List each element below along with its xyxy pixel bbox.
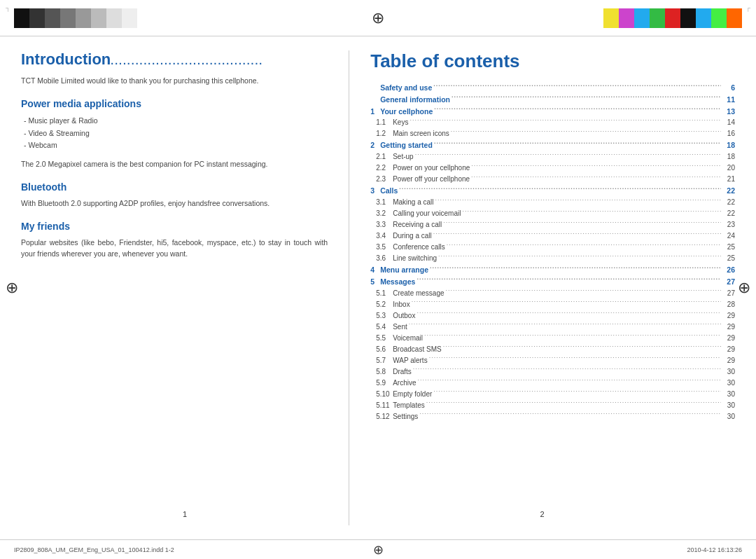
color-block-2 (29, 8, 45, 28)
toc-sub-page-18: 27 (722, 288, 735, 299)
color-block-green (650, 8, 665, 28)
toc-sub-num-26: 5.9 (370, 378, 393, 389)
toc-row-16: 4Menu arrange26 (370, 264, 735, 276)
toc-sub-dots-27 (433, 389, 721, 396)
toc-row-27: 5.10Empty folder30 (370, 389, 735, 400)
toc-sub-num-23: 5.6 (370, 344, 393, 355)
toc-sub-num-7: 2.2 (370, 163, 393, 174)
toc-sub-num-13: 3.4 (370, 230, 393, 242)
toc-main-page-16: 26 (722, 264, 735, 276)
toc-sub-dots-24 (429, 356, 721, 363)
toc-row-11: 3.2Calling your voicemail22 (370, 208, 735, 219)
section-heading-power-media: Power media applications (21, 98, 328, 109)
toc-row-22: 5.5Voicemail29 (370, 333, 735, 344)
toc-sub-label-7: Power on your cellphone (393, 163, 470, 174)
color-blocks-left (14, 8, 137, 28)
color-block-red (665, 8, 680, 28)
toc-sub-num-4: 1.2 (370, 128, 393, 139)
toc-sub-label-10: Making a call (393, 197, 433, 208)
toc-sub-page-6: 18 (722, 151, 735, 163)
toc-sub-dots-28 (426, 401, 721, 408)
toc-row-14: 3.5Conference calls25 (370, 242, 735, 253)
toc-sub-dots-23 (443, 345, 721, 352)
toc-row-10: 3.1Making a call22 (370, 197, 735, 208)
toc-main-label-1: General information (380, 94, 450, 106)
page-num-left: 1 (183, 510, 187, 518)
section-heading-bluetooth: Bluetooth (21, 181, 328, 193)
toc-sub-dots-8 (471, 174, 721, 181)
toc-sub-dots-20 (416, 311, 721, 318)
bottom-bar: IP2809_808A_UM_GEM_Eng_USA_01_100412.ind… (0, 539, 756, 559)
toc-sub-num-21: 5.4 (370, 322, 393, 333)
toc-sub-num-19: 5.2 (370, 299, 393, 310)
toc-sub-num-8: 2.3 (370, 174, 393, 185)
toc-sub-label-13: During a call (393, 230, 432, 242)
toc-sub-num-15: 3.6 (370, 253, 393, 264)
toc-sub-page-15: 25 (722, 253, 735, 264)
toc-sub-dots-10 (435, 198, 721, 205)
toc-sub-label-23: Broadcast SMS (393, 344, 441, 355)
toc-sub-dots-21 (409, 322, 721, 329)
toc-sub-page-28: 30 (722, 400, 735, 411)
toc-main-dots-9 (399, 186, 721, 194)
toc-main-page-5: 18 (722, 139, 735, 151)
toc-main-dots-5 (434, 141, 721, 149)
toc-row-4: 1.2Main screen icons16 (370, 128, 735, 139)
page-num-right: 2 (540, 510, 545, 518)
toc-row-17: 5Messages27 (370, 276, 735, 288)
toc-sub-dots-26 (418, 378, 721, 385)
toc-sub-page-29: 30 (722, 411, 735, 422)
toc-sub-dots-29 (419, 412, 721, 419)
toc-list: Safety and use6General information111You… (370, 82, 735, 422)
color-block-yellow (603, 8, 619, 28)
section-bluetooth: Bluetooth With Bluetooth 2.0 supporting … (21, 181, 328, 209)
toc-sub-num-3: 1.1 (370, 117, 393, 128)
toc-sub-page-14: 25 (722, 242, 735, 253)
toc-sub-label-28: Templates (393, 400, 425, 411)
toc-sub-label-4: Main screen icons (393, 128, 449, 139)
list-item-video: Video & Streaming (24, 127, 328, 140)
toc-row-26: 5.9Archive30 (370, 378, 735, 389)
toc-sub-page-20: 29 (722, 310, 735, 322)
toc-main-label-17: Messages (380, 276, 415, 288)
toc-sub-label-24: WAP alerts (393, 355, 427, 366)
toc-sub-page-22: 29 (722, 333, 735, 344)
toc-main-dots-0 (433, 83, 721, 91)
toc-main-page-0: 6 (722, 82, 735, 94)
toc-sub-dots-3 (410, 118, 721, 125)
toc-sub-label-22: Voicemail (393, 333, 423, 344)
toc-sub-page-10: 22 (722, 197, 735, 208)
section-my-friends: My friends Popular websites (like bebo, … (21, 221, 328, 260)
toc-sub-page-7: 20 (722, 163, 735, 174)
toc-main-dots-1 (451, 95, 721, 102)
intro-heading: Introduction............................… (21, 50, 328, 69)
toc-sub-num-25: 5.8 (370, 366, 393, 378)
toc-sub-page-27: 30 (722, 389, 735, 400)
intro-text: TCT Mobile Limited would like to thank y… (21, 76, 328, 87)
toc-sub-num-27: 5.10 (370, 389, 393, 400)
section-power-media: Power media applications Music player & … (21, 98, 328, 170)
toc-main-num-2: 1 (370, 106, 380, 118)
color-block-6 (91, 8, 106, 28)
toc-sub-page-26: 30 (722, 378, 735, 389)
corner-mark-tl: ┐ (6, 4, 10, 11)
toc-sub-dots-6 (415, 152, 721, 159)
toc-row-6: 2.1Set-up18 (370, 151, 735, 163)
toc-sub-dots-15 (438, 254, 721, 261)
color-block-cyan2 (696, 8, 711, 28)
color-block-magenta (619, 8, 634, 28)
corner-mark-tr: ┌ (746, 4, 750, 11)
crosshair-left: ⊕ (6, 279, 18, 297)
toc-sub-num-11: 3.2 (370, 208, 393, 219)
toc-main-label-5: Getting started (380, 139, 433, 151)
toc-sub-label-26: Archive (393, 378, 416, 389)
toc-sub-label-29: Settings (393, 411, 418, 422)
color-block-7 (106, 8, 122, 28)
toc-row-20: 5.3Outbox29 (370, 310, 735, 322)
toc-sub-num-12: 3.3 (370, 219, 393, 230)
toc-main-page-9: 22 (722, 185, 735, 197)
content-area: ⊕ Introduction..........................… (0, 36, 756, 539)
toc-row-5: 2Getting started18 (370, 139, 735, 151)
color-block-4 (60, 8, 76, 28)
toc-sub-dots-19 (412, 300, 721, 307)
